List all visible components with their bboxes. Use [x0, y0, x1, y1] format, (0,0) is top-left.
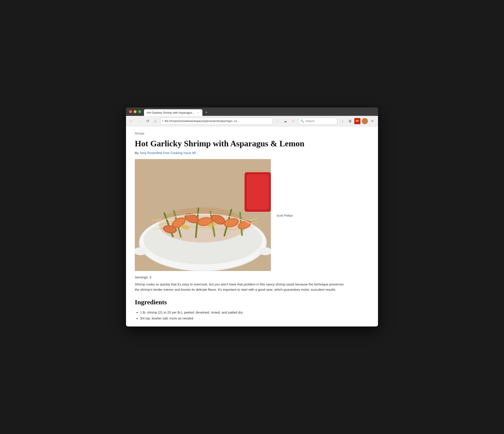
bookmark-button[interactable]: ☆ — [290, 118, 296, 124]
forward-button[interactable]: → — [136, 118, 143, 124]
profile-avatar[interactable] — [362, 118, 368, 124]
pocket-button[interactable]: ☁ — [282, 118, 288, 124]
page-title: Hot Garlicky Shrimp with Asparagus & Lem… — [135, 139, 369, 149]
more-button[interactable]: ··· — [274, 118, 280, 124]
maximize-button[interactable] — [138, 110, 141, 113]
ingredient-item: 3/4 tsp. kosher salt; more as needed — [140, 315, 369, 321]
address-info-icon: ℹ — [162, 119, 163, 123]
svg-point-25 — [159, 207, 247, 242]
menu-button[interactable]: ≡ — [369, 118, 375, 124]
author-prefix: By — [135, 151, 139, 155]
address-bar-container[interactable]: ℹ — [160, 118, 273, 125]
author-link[interactable]: Tony Rosenfeld Fine Cooking Issue 85 — [139, 151, 196, 155]
servings: Servings: 3 — [135, 275, 369, 279]
reload-button[interactable]: ↺ — [144, 118, 151, 124]
browser-window: Hot Garlicky Shrimp with Asparagus... × … — [126, 107, 378, 327]
description: Shrimp cooks so quickly that it's easy t… — [135, 282, 345, 292]
tab-close-button[interactable]: × — [196, 111, 200, 114]
recipe-image-container: Scott Phillips — [135, 159, 271, 272]
home-button[interactable]: ⌂ — [152, 118, 159, 124]
toolbar-right: ↓ ⊞ FF ≡ — [339, 118, 375, 124]
back-button[interactable]: ← — [129, 118, 135, 124]
active-tab[interactable]: Hot Garlicky Shrimp with Asparagus... × — [144, 109, 202, 116]
new-tab-button[interactable]: + — [203, 109, 209, 115]
recipe-image — [135, 159, 271, 271]
tab-title: Hot Garlicky Shrimp with Asparagus... — [147, 111, 195, 114]
search-icon: 🔍 — [300, 119, 304, 123]
search-input[interactable] — [305, 119, 334, 123]
ingredient-item: 1 lb. shrimp (21 to 25 per lb.), peeled,… — [140, 309, 369, 315]
ingredients-title: Ingredients — [135, 298, 369, 306]
download-button[interactable]: ↓ — [339, 118, 345, 124]
firefox-extra-button[interactable]: FF — [354, 118, 360, 124]
ingredients-list: 1 lb. shrimp (21 to 25 per lb.), peeled,… — [135, 309, 369, 321]
title-bar: Hot Garlicky Shrimp with Asparagus... × … — [126, 107, 378, 116]
search-bar-container[interactable]: 🔍 — [298, 118, 338, 125]
traffic-lights — [129, 110, 141, 113]
close-button[interactable] — [129, 110, 132, 113]
extensions-button[interactable]: ⊞ — [347, 118, 353, 124]
svg-rect-30 — [247, 174, 269, 210]
breadcrumb: Recipe — [135, 132, 369, 135]
nav-bar: ← → ↺ ⌂ ℹ ··· ☁ ☆ 🔍 ↓ ⊞ FF ≡ — [126, 116, 378, 126]
minimize-button[interactable] — [134, 110, 136, 113]
content-area: Recipe Hot Garlicky Shrimp with Asparagu… — [126, 126, 378, 327]
tab-bar: Hot Garlicky Shrimp with Asparagus... × … — [144, 109, 209, 116]
image-caption: Scott Phillips — [277, 214, 293, 217]
author-line: By Tony Rosenfeld Fine Cooking Issue 85 — [135, 151, 369, 155]
address-input[interactable] — [165, 119, 271, 123]
